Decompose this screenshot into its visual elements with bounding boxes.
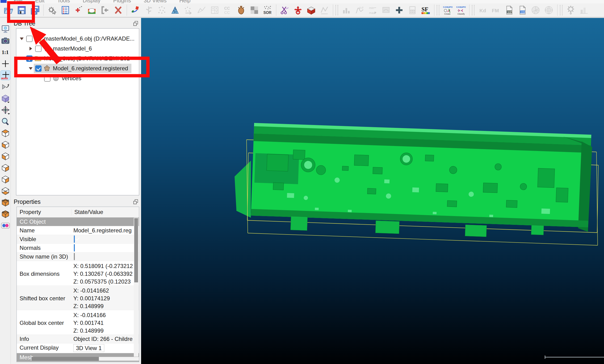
cloudcompare-window: FileEditToolsDisplayPlugins3D ViewsHelp … — [0, 0, 604, 364]
tree-item-mastermodel-6[interactable]: masterModel_6 — [16, 44, 139, 53]
pivot-center-button[interactable] — [1, 59, 10, 68]
svg-text:CC: CC — [224, 10, 230, 15]
menu-edit[interactable]: Edit — [35, 0, 45, 3]
property-value: X: -0.0141662Y: 0.00174129Z: 0.148999 — [72, 286, 139, 310]
canupo-create-button[interactable]: CANUPOCreate — [442, 5, 453, 16]
sf-display-icon: SF — [421, 5, 431, 15]
view-bottom-button[interactable] — [1, 186, 10, 196]
visibility-checkbox[interactable] — [26, 36, 33, 42]
sf-gradient-icon — [381, 5, 391, 15]
property-row-name: NameModel_6.registered.reg — [17, 226, 139, 235]
perspective-toggle-button[interactable] — [1, 82, 10, 91]
toolbar-drag-handle[interactable] — [472, 5, 475, 15]
view-left-button[interactable] — [1, 151, 10, 161]
hough-normals-icon — [566, 5, 576, 15]
app-icon — [0, 0, 7, 3]
stat-params-icon: μ,σ — [355, 5, 365, 15]
3d-viewport[interactable] — [141, 18, 604, 364]
merge-icon — [100, 5, 110, 15]
c2c-distance-button: CCCC — [223, 5, 233, 16]
translate-rotate-button[interactable] — [293, 5, 303, 16]
float-window-icon[interactable] — [133, 21, 139, 27]
canupo-create-icon: CANUPOCreate — [443, 5, 453, 15]
view-top-button[interactable] — [1, 128, 10, 138]
sf-display-button[interactable]: SF — [420, 5, 431, 16]
histogram-icon — [341, 5, 351, 15]
db-tree[interactable]: masterModel_6.obj (D:/VRAKADE...masterMo… — [16, 28, 139, 195]
mesh-icon — [43, 45, 51, 52]
toolbar-drag-handle[interactable] — [437, 5, 439, 15]
point-picking-button[interactable] — [73, 5, 84, 16]
delete-button[interactable] — [113, 5, 124, 16]
horizontal-scrollbar[interactable] — [31, 357, 139, 361]
translate-rotate-icon — [293, 5, 303, 15]
merge-button[interactable] — [100, 5, 110, 16]
toolbar-separator — [43, 4, 44, 16]
show-name-in-3d--checkbox[interactable] — [74, 253, 75, 260]
pivot-auto-button[interactable]: auto — [1, 71, 10, 80]
render-settings-button[interactable] — [1, 24, 10, 34]
current-display-dropdown[interactable]: 3D View 1 — [73, 344, 104, 352]
menu-plugins[interactable]: Plugins — [113, 0, 131, 3]
expander-closed-icon[interactable] — [28, 47, 34, 50]
properties-title: Properties — [14, 198, 41, 205]
ortho-view-cube-button[interactable] — [1, 94, 10, 103]
hough-normals-button[interactable] — [565, 5, 576, 16]
toolbar-drag-handle[interactable] — [336, 5, 338, 15]
visibility-checkbox[interactable] — [35, 46, 41, 52]
expander-open-icon[interactable] — [19, 35, 25, 42]
svg-text:FRONT: FRONT — [2, 199, 9, 202]
toolbar-drag-handle[interactable] — [560, 5, 563, 15]
scrollbar-thumb[interactable] — [31, 357, 99, 361]
sor-filter-button[interactable]: SOR — [262, 5, 273, 16]
segment-icon — [280, 5, 290, 15]
pcv-lighting-button[interactable] — [236, 5, 247, 16]
toolbar-separator — [333, 4, 333, 16]
triangulate-button[interactable] — [170, 5, 180, 16]
add-constant-sf-button[interactable] — [394, 5, 405, 16]
scrollbar-thumb[interactable] — [134, 218, 138, 282]
menu-display[interactable]: Display — [83, 0, 100, 3]
zoom-fit-button[interactable] — [1, 117, 10, 126]
interactors-button[interactable] — [1, 105, 10, 115]
clone-button[interactable] — [86, 5, 97, 16]
stereo-mode-button[interactable] — [1, 221, 10, 230]
view-front-button[interactable] — [1, 140, 10, 149]
cross-section-icon — [306, 5, 316, 15]
segment-button[interactable] — [279, 5, 290, 16]
menu-3d-views[interactable]: 3D Views — [144, 0, 167, 3]
property-value: Object ID: 266 - Childre — [72, 335, 139, 343]
normals-checkbox[interactable] — [74, 244, 75, 251]
csv-export-button[interactable]: CSV — [517, 5, 528, 16]
noise-filter-button[interactable] — [249, 5, 260, 16]
db-tree-panel: DB Tree masterModel_6.obj (D:/VRAKADE...… — [12, 19, 141, 197]
menu-help[interactable]: Help — [179, 0, 190, 3]
screenshot-camera-button[interactable] — [1, 36, 10, 45]
global-shift-settings-button[interactable] — [47, 5, 58, 16]
float-window-icon[interactable] — [133, 199, 139, 205]
shp-export-button[interactable]: SHP — [504, 5, 515, 16]
tree-item-mastermodel-6-obj-d-vrakade[interactable]: masterModel_6.obj (D:/VRAKADE... — [16, 34, 139, 44]
view-back-button[interactable] — [1, 163, 10, 173]
properties-list-button[interactable] — [60, 5, 71, 16]
vertical-scrollbar[interactable] — [134, 218, 138, 357]
property-value: 3D View 1 — [72, 343, 139, 353]
canupo-classify-button[interactable]: CANUPOClassify — [455, 5, 466, 16]
property-row-current-display: Current Display3D View 1 — [17, 343, 139, 353]
cross-section-button[interactable] — [306, 5, 317, 16]
align-point-pairs-button[interactable] — [130, 5, 141, 16]
view-front-iso-button[interactable]: FRONT — [1, 198, 10, 207]
menu-tools[interactable]: Tools — [57, 0, 70, 3]
view-right-button[interactable] — [1, 175, 10, 184]
view-bottom-icon — [1, 186, 10, 195]
view-back-iso-button[interactable]: BACK — [1, 209, 10, 219]
scale-bar — [545, 355, 604, 359]
global-shift-settings-icon — [47, 5, 57, 15]
globe-projection-button — [543, 5, 554, 16]
view-front-icon — [1, 140, 10, 149]
folder-icon — [35, 35, 42, 42]
sf-arithmetic-icon — [407, 5, 417, 15]
zoom-1-1-button[interactable]: 1:1 — [1, 47, 10, 57]
visible-checkbox[interactable] — [74, 235, 75, 243]
toolbar-separator — [469, 4, 469, 16]
